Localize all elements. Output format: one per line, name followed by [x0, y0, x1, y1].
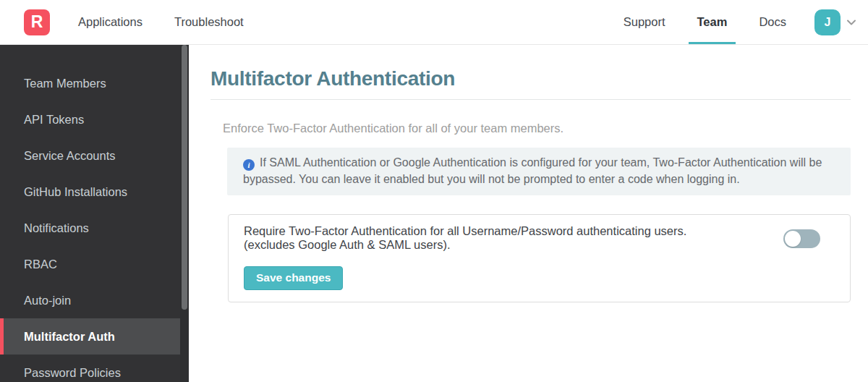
sidebar-item[interactable]: RBAC: [0, 246, 189, 282]
sidebar-item[interactable]: Password Policies: [0, 355, 189, 382]
nav-item[interactable]: Applications: [78, 0, 142, 44]
nav-item[interactable]: Team: [697, 0, 728, 44]
info-icon: i: [243, 159, 255, 171]
nav-item[interactable]: Docs: [759, 0, 786, 44]
avatar[interactable]: J: [814, 9, 841, 35]
sidebar-item[interactable]: Team Members: [0, 65, 189, 101]
mfa-toggle[interactable]: [783, 229, 820, 248]
section-description: Enforce Two-Factor Authentication for al…: [223, 121, 851, 135]
toggle-knob-icon: [785, 231, 801, 247]
logo-letter: R: [31, 12, 43, 32]
mfa-settings-card: Require Two-Factor Authentication for al…: [228, 214, 851, 302]
chevron-down-icon[interactable]: [845, 16, 858, 29]
sidebar-item[interactable]: Notifications: [0, 210, 189, 246]
title-divider: [210, 99, 851, 100]
primary-nav: Applications Troubleshoot: [78, 0, 244, 44]
sidebar: Team Members API Tokens Service Accounts…: [0, 45, 189, 382]
info-note-text: If SAML Authentication or Google Authent…: [243, 156, 822, 185]
save-changes-button[interactable]: Save changes: [244, 266, 343, 290]
sidebar-item[interactable]: Auto-join: [0, 282, 189, 318]
nav-item[interactable]: Support: [624, 0, 665, 44]
rollbar-logo-icon[interactable]: R: [24, 9, 50, 35]
sidebar-item[interactable]: GitHub Installations: [0, 174, 189, 210]
sidebar-item[interactable]: API Tokens: [0, 101, 189, 137]
sidebar-scrollbar-thumb[interactable]: [182, 45, 187, 310]
mfa-requirement-text: Require Two-Factor Authentication for al…: [244, 224, 779, 238]
avatar-initial: J: [825, 16, 831, 29]
info-note: iIf SAML Authentication or Google Authen…: [227, 148, 851, 195]
app-layout: Team Members API Tokens Service Accounts…: [0, 45, 868, 382]
secondary-nav: Support Team Docs: [624, 0, 786, 44]
top-navbar: R Applications Troubleshoot Support Team…: [0, 0, 868, 45]
sidebar-nav: Team Members API Tokens Service Accounts…: [0, 65, 189, 382]
nav-item[interactable]: Troubleshoot: [174, 0, 244, 44]
sidebar-item[interactable]: Service Accounts: [0, 137, 189, 174]
sidebar-scrollbar-track: [180, 45, 189, 382]
main-content: Multifactor Authentication Enforce Two-F…: [189, 45, 868, 382]
sidebar-item[interactable]: Multifactor Auth: [0, 318, 180, 355]
mfa-requirement-subtext: (excludes Google Auth & SAML users).: [244, 238, 779, 252]
page-title: Multifactor Authentication: [210, 68, 851, 90]
